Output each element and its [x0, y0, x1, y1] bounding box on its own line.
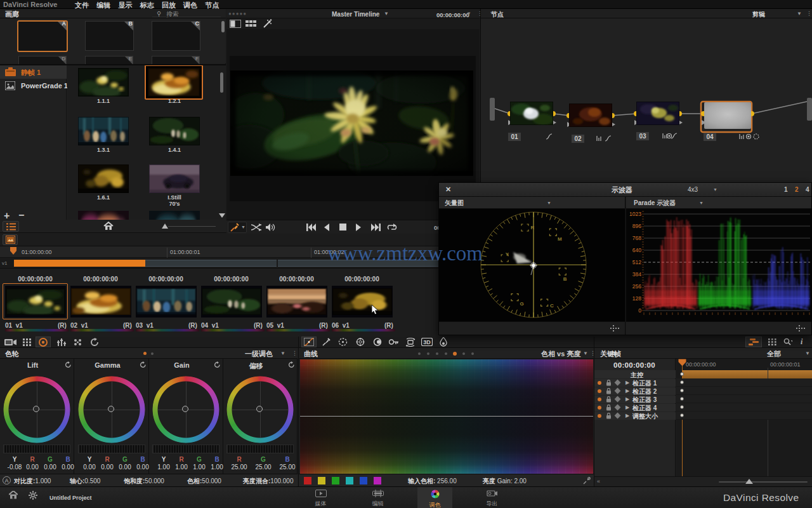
- svg-text:3D: 3D: [423, 339, 431, 345]
- svg-text:R: R: [531, 225, 535, 231]
- svg-text:768: 768: [632, 235, 641, 241]
- svg-text:896: 896: [632, 223, 641, 229]
- svg-text:C: C: [550, 303, 554, 309]
- svg-text:256: 256: [632, 283, 641, 290]
- svg-text:01: 01: [511, 133, 518, 140]
- svg-text:M: M: [558, 236, 562, 242]
- svg-text:B: B: [563, 276, 567, 282]
- svg-text:128: 128: [632, 295, 641, 302]
- svg-text:640: 640: [632, 247, 641, 253]
- svg-text:Y: Y: [506, 251, 509, 257]
- svg-text:1023: 1023: [629, 211, 641, 217]
- svg-text:04: 04: [706, 133, 714, 140]
- svg-text:G: G: [520, 301, 524, 307]
- svg-text:384: 384: [632, 271, 641, 277]
- svg-text:03: 03: [639, 133, 646, 140]
- svg-text:0: 0: [638, 307, 641, 314]
- svg-text:02: 02: [574, 135, 582, 142]
- svg-text:512: 512: [632, 259, 641, 265]
